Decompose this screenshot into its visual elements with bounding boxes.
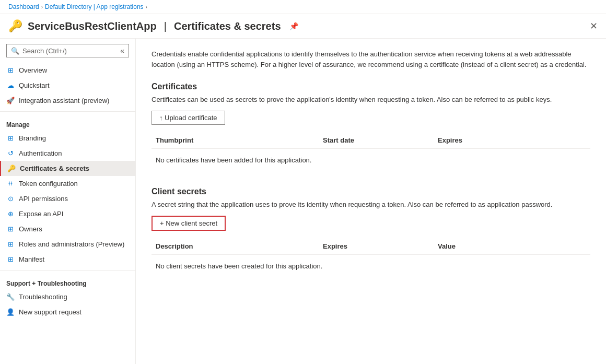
auth-label: Authentication: [19, 149, 62, 157]
breadcrumb-dashboard[interactable]: Dashboard: [8, 3, 39, 10]
troubleshooting-label: Troubleshooting: [19, 293, 67, 301]
owners-icon: ⊞: [6, 225, 15, 233]
sidebar-item-token-configuration[interactable]: ⫲⫳ Token configuration: [0, 176, 135, 191]
collapse-icon[interactable]: «: [120, 46, 124, 55]
content-description: Credentials enable confidential applicat…: [152, 49, 590, 69]
certificates-section: Certificates Certificates can be used as…: [152, 82, 590, 171]
sidebar: 🔍 « ⊞ Overview ☁ Quickstart 🚀 Integratio…: [0, 39, 136, 364]
sidebar-item-new-support-request[interactable]: 👤 New support request: [0, 304, 135, 320]
certs-icon: 🔑: [7, 165, 16, 172]
sidebar-item-expose-api[interactable]: ⊕ Expose an API: [0, 206, 135, 221]
sidebar-item-quickstart[interactable]: ☁ Quickstart: [0, 78, 135, 93]
sidebar-item-owners[interactable]: ⊞ Owners: [0, 221, 135, 237]
manifest-label: Manifest: [19, 255, 44, 263]
main-layout: 🔍 « ⊞ Overview ☁ Quickstart 🚀 Integratio…: [0, 39, 606, 364]
quickstart-label: Quickstart: [19, 81, 50, 89]
sidebar-item-manifest[interactable]: ⊞ Manifest: [0, 252, 135, 267]
sidebar-item-branding[interactable]: ⊞ Branding: [0, 131, 135, 146]
certificates-title: Certificates: [152, 82, 590, 91]
support-request-label: New support request: [19, 308, 81, 316]
col-value: Value: [434, 242, 538, 250]
search-input[interactable]: [22, 47, 117, 55]
manage-section-label: Manage: [0, 115, 135, 131]
roles-icon: ⊞: [6, 240, 15, 248]
chevron-icon-1: ›: [41, 4, 43, 10]
manage-divider: [0, 111, 135, 112]
certs-label: Certificates & secrets: [20, 165, 89, 172]
branding-label: Branding: [19, 134, 46, 142]
title-bar: 🔑 ServiceBusRestClientApp | Certificates…: [0, 14, 606, 39]
integration-icon: 🚀: [6, 97, 15, 104]
expose-icon: ⊕: [6, 210, 15, 218]
col-start-date: Start date: [319, 136, 434, 144]
col-description: Description: [152, 242, 319, 250]
auth-icon: ↺: [6, 149, 15, 157]
sidebar-item-troubleshooting[interactable]: 🔧 Troubleshooting: [0, 289, 135, 304]
client-secrets-title: Client secrets: [152, 187, 590, 196]
quickstart-icon: ☁: [6, 81, 15, 89]
page-title: Certificates & secrets: [174, 20, 281, 32]
app-name: ServiceBusRestClientApp: [28, 20, 157, 32]
breadcrumb-directory[interactable]: Default Directory | App registrations: [45, 3, 144, 10]
expose-label: Expose an API: [19, 210, 63, 218]
certificates-desc: Certificates can be used as secrets to p…: [152, 96, 590, 103]
sidebar-item-certificates-secrets[interactable]: 🔑 Certificates & secrets: [0, 161, 135, 176]
app-icon: 🔑: [8, 19, 22, 33]
client-secrets-desc: A secret string that the application use…: [152, 201, 590, 208]
col-expires: Expires: [434, 136, 538, 144]
breadcrumb: Dashboard › Default Directory | App regi…: [0, 0, 606, 14]
content-area: Credentials enable confidential applicat…: [136, 39, 606, 364]
search-box[interactable]: 🔍 «: [6, 44, 129, 57]
integration-label: Integration assistant (preview): [19, 97, 109, 104]
troubleshooting-icon: 🔧: [6, 293, 15, 301]
new-client-secret-button[interactable]: + New client secret: [152, 216, 226, 231]
owners-label: Owners: [19, 225, 42, 233]
certificates-table-header: Thumbprint Start date Expires: [152, 132, 590, 149]
chevron-icon-2: ›: [146, 4, 147, 10]
api-icon: ⊙: [6, 195, 15, 203]
secrets-table-header: Description Expires Value: [152, 238, 590, 255]
support-request-icon: 👤: [6, 308, 15, 316]
overview-label: Overview: [19, 66, 47, 74]
branding-icon: ⊞: [6, 134, 15, 142]
sidebar-item-api-permissions[interactable]: ⊙ API permissions: [0, 191, 135, 206]
sidebar-item-integration-assistant[interactable]: 🚀 Integration assistant (preview): [0, 93, 135, 108]
sidebar-item-authentication[interactable]: ↺ Authentication: [0, 146, 135, 161]
roles-label: Roles and administrators (Preview): [19, 240, 124, 248]
certificates-empty-message: No certificates have been added for this…: [152, 149, 590, 171]
support-divider: [0, 270, 135, 271]
sidebar-item-roles-administrators[interactable]: ⊞ Roles and administrators (Preview): [0, 237, 135, 252]
search-icon: 🔍: [11, 47, 19, 55]
support-section-label: Support + Troubleshooting: [0, 274, 135, 289]
manifest-icon: ⊞: [6, 255, 15, 263]
client-secrets-section: Client secrets A secret string that the …: [152, 187, 590, 277]
title-separator: |: [164, 20, 167, 32]
close-icon[interactable]: ✕: [590, 20, 598, 32]
token-icon: ⫲⫳: [6, 180, 15, 187]
col-exp: Expires: [319, 242, 434, 250]
sidebar-item-overview[interactable]: ⊞ Overview: [0, 63, 135, 78]
token-label: Token configuration: [19, 180, 78, 187]
upload-certificate-button[interactable]: ↑ Upload certificate: [152, 111, 225, 125]
pin-icon[interactable]: 📌: [289, 22, 298, 30]
secrets-empty-message: No client secrets have been created for …: [152, 255, 590, 277]
overview-icon: ⊞: [6, 66, 15, 74]
col-thumbprint: Thumbprint: [152, 136, 319, 144]
api-label: API permissions: [19, 195, 68, 203]
